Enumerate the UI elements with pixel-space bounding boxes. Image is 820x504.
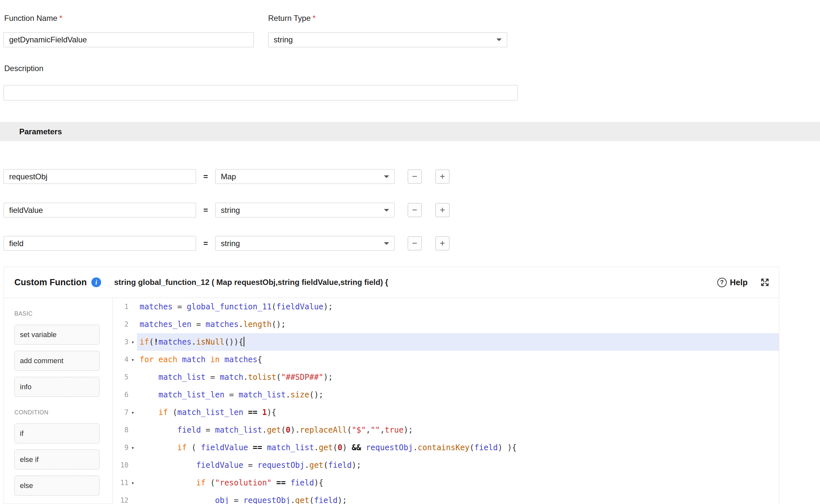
parameter-type-select[interactable]: string bbox=[215, 203, 395, 217]
sidebar-item-info[interactable]: info bbox=[14, 377, 99, 397]
code-token: (); bbox=[309, 390, 323, 399]
fold-toggle-icon[interactable]: ▾ bbox=[128, 339, 137, 345]
code-token: matches bbox=[158, 337, 191, 347]
code-line-3[interactable]: 3▾if(!matches.isNull()){ bbox=[113, 333, 779, 351]
code-text[interactable]: fieldValue = requestObj.get(field); bbox=[137, 456, 779, 474]
function-name-input[interactable] bbox=[4, 32, 254, 47]
indent bbox=[140, 461, 196, 470]
fold-toggle-icon[interactable]: ▾ bbox=[128, 409, 137, 416]
remove-parameter-button[interactable]: − bbox=[408, 170, 422, 184]
chevron-down-icon bbox=[384, 242, 389, 245]
code-token: get bbox=[267, 425, 281, 435]
code-token: ( bbox=[149, 337, 154, 347]
expand-fullscreen-icon[interactable] bbox=[760, 277, 770, 287]
code-line-7[interactable]: 7▾ if (match_list_len == 1){ bbox=[113, 404, 779, 421]
code-line-6[interactable]: 6 match_list_len = match_list.size(); bbox=[113, 386, 779, 404]
sidebar-item-if[interactable]: if bbox=[14, 423, 99, 443]
line-number: 12 bbox=[113, 497, 128, 504]
code-text[interactable]: obj = requestObj.get(field); bbox=[137, 492, 779, 504]
code-token: obj bbox=[215, 496, 229, 504]
code-token: = bbox=[172, 302, 186, 311]
code-token: == bbox=[253, 443, 262, 452]
code-token: if bbox=[158, 408, 168, 417]
code-text[interactable]: for each match in matches{ bbox=[137, 351, 779, 368]
line-number: 2 bbox=[113, 320, 128, 328]
sidebar-item-else-if[interactable]: else if bbox=[14, 450, 99, 469]
code-text[interactable]: match_list = match.tolist("##SDP##"); bbox=[137, 368, 779, 386]
description-input[interactable] bbox=[4, 85, 518, 100]
fold-toggle-icon[interactable]: ▾ bbox=[128, 357, 137, 363]
code-token: ) ){ bbox=[498, 443, 517, 452]
code-token: ( bbox=[168, 408, 177, 417]
code-token: ( bbox=[347, 425, 351, 435]
parameter-name-input[interactable] bbox=[4, 236, 196, 251]
parameter-name-input[interactable] bbox=[4, 169, 196, 184]
line-gutter: 11▾ bbox=[113, 474, 137, 492]
sidebar-item-set-variable[interactable]: set variable bbox=[14, 325, 99, 345]
line-gutter: 2 bbox=[113, 316, 137, 333]
code-line-11[interactable]: 11▾ if ("resolution" == field){ bbox=[113, 474, 779, 492]
code-text[interactable]: if ( fieldValue == match_list.get(0) && … bbox=[137, 439, 779, 456]
help-button[interactable]: ? Help bbox=[717, 278, 748, 287]
code-line-12[interactable]: 12 obj = requestObj.get(field); bbox=[113, 492, 779, 504]
code-token: true bbox=[384, 425, 403, 435]
code-text[interactable]: if (match_list_len == 1){ bbox=[137, 404, 779, 421]
chevron-down-icon bbox=[497, 38, 502, 41]
code-token: 1 bbox=[262, 408, 267, 417]
code-token: if bbox=[140, 337, 149, 347]
remove-parameter-button[interactable]: − bbox=[408, 236, 422, 250]
code-token: fieldValue bbox=[276, 302, 323, 311]
code-line-4[interactable]: 4▾for each match in matches{ bbox=[113, 351, 779, 368]
code-token: = bbox=[201, 425, 215, 435]
code-token bbox=[243, 408, 248, 417]
parameter-row: = string − + bbox=[4, 236, 450, 251]
code-token: "$" bbox=[351, 425, 365, 435]
remove-parameter-button[interactable]: − bbox=[408, 203, 422, 217]
code-text[interactable]: matches = global_function_11(fieldValue)… bbox=[137, 298, 779, 316]
line-gutter: 1 bbox=[113, 298, 137, 316]
code-line-10[interactable]: 10 fieldValue = requestObj.get(field); bbox=[113, 456, 779, 474]
fold-toggle-icon[interactable]: ▾ bbox=[128, 480, 137, 486]
function-editor-page: Function Name* Return Type* string Descr… bbox=[0, 0, 820, 504]
code-token: = bbox=[205, 373, 219, 382]
code-token: ); bbox=[351, 461, 361, 470]
return-type-select[interactable]: string bbox=[268, 32, 507, 47]
code-token: match_list_len bbox=[158, 390, 224, 399]
line-gutter: 4▾ bbox=[113, 351, 137, 368]
code-token: . bbox=[191, 337, 196, 347]
code-token: = bbox=[224, 390, 238, 399]
code-editor[interactable]: 1matches = global_function_11(fieldValue… bbox=[113, 298, 779, 504]
add-parameter-button[interactable]: + bbox=[436, 170, 450, 184]
parameter-type-select[interactable]: Map bbox=[215, 169, 395, 184]
code-token: fieldValue bbox=[201, 443, 248, 452]
code-token bbox=[361, 443, 365, 452]
code-line-1[interactable]: 1matches = global_function_11(fieldValue… bbox=[113, 298, 779, 316]
code-text[interactable]: if(!matches.isNull()){ bbox=[137, 333, 779, 351]
sidebar-item-add-comment[interactable]: add comment bbox=[14, 351, 99, 371]
code-line-8[interactable]: 8 field = match_list.get(0).replaceAll("… bbox=[113, 421, 779, 439]
code-token: field bbox=[314, 496, 337, 504]
code-token: match_list bbox=[238, 390, 286, 399]
parameter-type-select[interactable]: string bbox=[215, 236, 395, 251]
code-text[interactable]: matches_len = matches.length(); bbox=[137, 316, 779, 333]
fold-toggle-icon[interactable]: ▾ bbox=[128, 445, 137, 451]
parameter-name-input[interactable] bbox=[4, 203, 196, 217]
code-line-5[interactable]: 5 match_list = match.tolist("##SDP##"); bbox=[113, 368, 779, 386]
add-parameter-button[interactable]: + bbox=[436, 236, 450, 250]
sidebar-item-else[interactable]: else bbox=[14, 476, 99, 496]
code-token: ! bbox=[154, 337, 158, 347]
code-text[interactable]: match_list_len = match_list.size(); bbox=[137, 386, 779, 404]
code-token: field bbox=[328, 461, 351, 470]
code-token: ); bbox=[403, 425, 413, 435]
code-token: requestObj bbox=[257, 461, 305, 470]
code-line-2[interactable]: 2matches_len = matches.length(); bbox=[113, 316, 779, 333]
code-text[interactable]: field = match_list.get(0).replaceAll("$"… bbox=[137, 421, 779, 439]
custom-function-title: Custom Function bbox=[14, 277, 87, 288]
line-gutter: 8 bbox=[113, 421, 137, 439]
code-token: == bbox=[276, 478, 286, 487]
code-text[interactable]: if ("resolution" == field){ bbox=[137, 474, 779, 492]
line-number: 10 bbox=[113, 461, 128, 469]
add-parameter-button[interactable]: + bbox=[436, 203, 450, 217]
code-line-9[interactable]: 9▾ if ( fieldValue == match_list.get(0) … bbox=[113, 439, 779, 456]
info-icon[interactable]: i bbox=[91, 277, 101, 287]
